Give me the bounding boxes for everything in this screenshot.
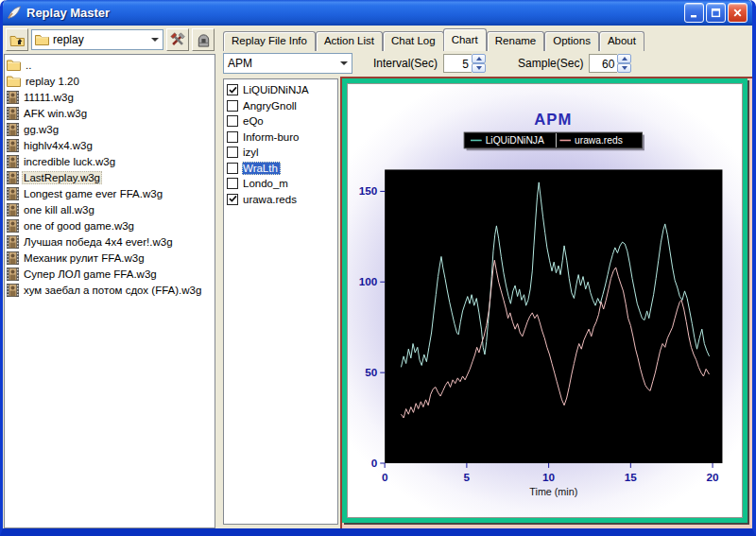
file-name: AFK win.w3g [22, 107, 89, 120]
file-list-item[interactable]: Супер ЛОЛ game FFA.w3g [5, 266, 215, 282]
minimize-button[interactable] [684, 3, 704, 23]
x-tick-label: 20 [707, 471, 720, 483]
chart-controls: APM Interval(Sec) 5 Sample(Sec) 60 [221, 51, 752, 77]
up-folder-icon [9, 33, 26, 47]
file-list-item[interactable]: Лучшая победа 4x4 ever!.w3g [5, 233, 215, 250]
player-list-item[interactable]: Londo_m [224, 176, 337, 192]
tab-chat-log[interactable]: Chat Log [383, 31, 444, 51]
player-name: Londo_m [242, 177, 291, 190]
file-list-item[interactable]: 11111.w3g [5, 89, 215, 105]
x-tick-label: 0 [382, 471, 388, 483]
tab-action-list[interactable]: Action List [316, 31, 383, 51]
checkbox-unchecked-icon[interactable] [227, 131, 238, 143]
metric-combobox-value: APM [228, 57, 252, 70]
x-tick-label: 5 [464, 471, 471, 483]
file-list-item[interactable]: one kill all.w3g [5, 201, 215, 217]
crossed-tools-icon [169, 31, 186, 48]
y-tick-label: 50 [365, 366, 378, 378]
tab-replay-file-info[interactable]: Replay File Info [223, 31, 316, 51]
player-list-item[interactable]: LiQUiDNiNJA [224, 82, 337, 98]
x-tick-label: 10 [542, 471, 556, 483]
replay-file-icon [7, 171, 19, 184]
sample-value[interactable]: 60 [589, 54, 617, 73]
interval-up-button[interactable] [472, 54, 486, 63]
checkbox-unchecked-icon[interactable] [227, 163, 238, 174]
sample-down-button[interactable] [617, 63, 631, 73]
y-tick-label: 100 [359, 275, 378, 287]
app-window: Replay Master replay [0, 0, 756, 536]
file-name: LastReplay.w3g [22, 171, 102, 184]
maximize-button[interactable] [706, 3, 726, 23]
checkbox-checked-icon[interactable] [227, 84, 238, 95]
folder-combobox[interactable]: replay [31, 29, 163, 50]
file-name: Супер ЛОЛ game FFA.w3g [22, 268, 159, 281]
player-list-item[interactable]: eQo [224, 113, 337, 130]
file-name: .. [24, 59, 33, 72]
player-list-item[interactable]: WraLth [224, 161, 337, 177]
player-list-item[interactable]: urawa.reds [224, 192, 337, 208]
checkbox-unchecked-icon[interactable] [227, 147, 238, 158]
file-list-item[interactable]: highlv4x4.w3g [5, 137, 215, 153]
left-panel: replay ..replay 1.2011111.w3gAFK win.w3g… [3, 26, 215, 528]
replay-file-icon [7, 91, 19, 104]
y-tick-label: 0 [371, 457, 378, 469]
chart-title: APM [534, 111, 572, 129]
helmet-button[interactable] [192, 28, 215, 51]
tab-options[interactable]: Options [544, 31, 599, 51]
x-tick-label: 15 [625, 471, 638, 483]
file-list-item[interactable]: AFK win.w3g [5, 105, 215, 121]
tab-rename[interactable]: Rename [487, 31, 544, 51]
player-list-item[interactable]: AngryGnoll [224, 98, 337, 114]
replay-file-icon [7, 219, 19, 233]
file-list-item[interactable]: gg.w3g [5, 121, 215, 137]
replay-file-icon [7, 235, 19, 249]
interval-label: Interval(Sec) [373, 57, 438, 70]
interval-down-button[interactable] [472, 63, 486, 73]
interval-value[interactable]: 5 [443, 54, 472, 73]
player-name: Inform-buro [242, 130, 301, 144]
file-name: Лучшая победа 4x4 ever!.w3g [22, 235, 175, 249]
spin-up-icon [476, 57, 482, 61]
checkbox-unchecked-icon[interactable] [227, 100, 238, 112]
metric-combobox[interactable]: APM [223, 53, 352, 74]
file-name: one kill all.w3g [22, 203, 96, 216]
spin-down-icon [476, 66, 482, 70]
file-list-item[interactable]: Механик рулит FFA.w3g [5, 250, 215, 266]
checkbox-unchecked-icon[interactable] [227, 115, 238, 127]
file-list-item[interactable]: хум заебал а потом сдох (FFA).w3g [5, 282, 215, 298]
chart-background: 05010015005101520APMTime (min)LiQUiDNiNJ… [347, 83, 743, 518]
tools-button[interactable] [166, 28, 189, 51]
feather-app-icon [7, 5, 23, 21]
player-name: urawa.reds [242, 193, 300, 206]
file-list-item[interactable]: .. [5, 57, 215, 73]
close-button[interactable] [728, 3, 747, 23]
checkbox-checked-icon[interactable] [227, 194, 238, 205]
tab-about[interactable]: About [599, 31, 644, 51]
title-bar[interactable]: Replay Master [3, 0, 752, 26]
file-name: highlv4x4.w3g [22, 139, 94, 152]
folder-dropdown-button[interactable] [147, 30, 163, 49]
window-title: Replay Master [26, 6, 680, 20]
up-folder-button[interactable] [6, 28, 28, 51]
apm-chart: 05010015005101520APMTime (min)LiQUiDNiNJ… [348, 84, 742, 517]
y-tick-label: 150 [359, 184, 378, 197]
file-list-item[interactable]: LastReplay.w3g [5, 169, 215, 185]
replay-file-icon [7, 284, 19, 297]
metric-dropdown-button[interactable] [336, 54, 352, 73]
replay-file-icon [7, 251, 19, 265]
sample-up-button[interactable] [617, 54, 631, 63]
file-list-item[interactable]: Longest game ever FFA.w3g [5, 185, 215, 201]
file-name: incredible luck.w3g [22, 155, 117, 168]
file-name: хум заебал а потом сдох (FFA).w3g [22, 284, 203, 297]
file-list-item[interactable]: incredible luck.w3g [5, 153, 215, 169]
checkbox-unchecked-icon[interactable] [227, 178, 238, 189]
folder-icon [7, 75, 21, 87]
spin-down-icon [622, 66, 627, 70]
interval-spinner: 5 [443, 54, 486, 73]
player-list-item[interactable]: Inform-buro [224, 130, 337, 146]
tab-chart[interactable]: Chart [443, 28, 487, 51]
file-name: 11111.w3g [22, 91, 76, 104]
player-list-item[interactable]: izyl [224, 145, 337, 161]
file-list-item[interactable]: replay 1.20 [5, 73, 215, 89]
file-list-item[interactable]: one of good game.w3g [5, 217, 215, 233]
